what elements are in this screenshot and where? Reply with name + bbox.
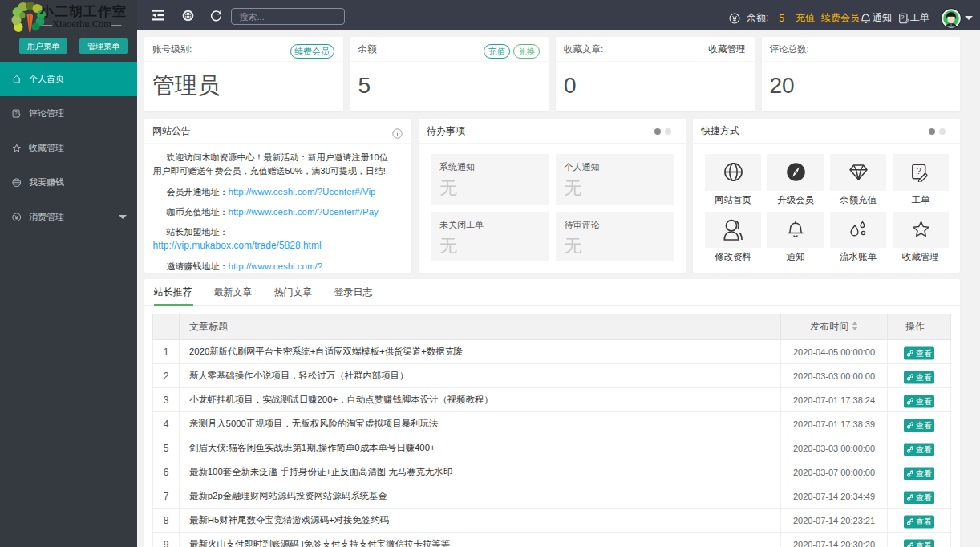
svg-text:?: ? <box>901 14 904 21</box>
svg-text:?: ? <box>916 166 921 176</box>
svg-text:?: ? <box>14 110 18 115</box>
